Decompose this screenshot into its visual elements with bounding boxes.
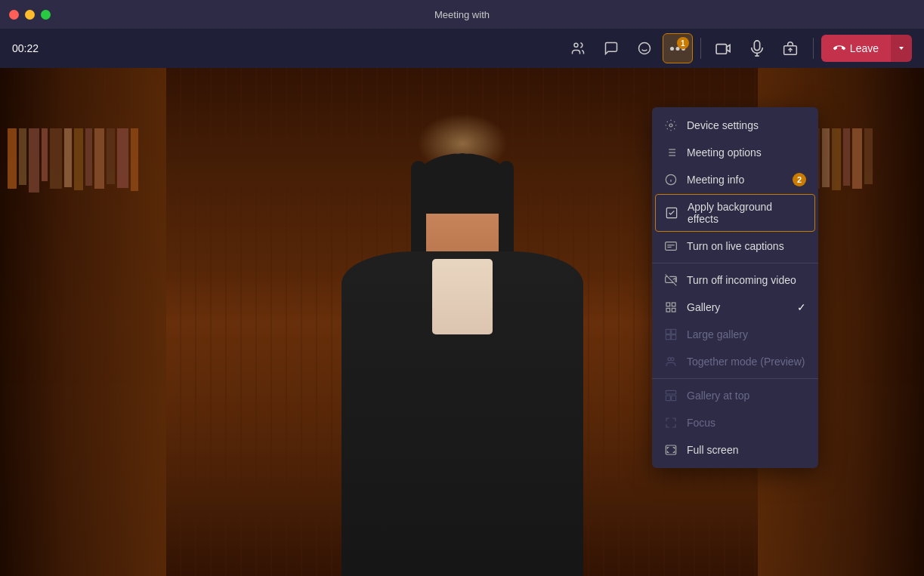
video-area: Device settings Meeting options bbox=[0, 68, 924, 576]
svg-rect-24 bbox=[666, 242, 677, 251]
device-settings-item[interactable]: Device settings bbox=[652, 112, 818, 139]
window-title: Meeting with bbox=[434, 9, 490, 20]
meeting-options-item[interactable]: Meeting options bbox=[652, 139, 818, 166]
svg-rect-37 bbox=[666, 390, 675, 394]
svg-rect-39 bbox=[672, 396, 676, 401]
left-shelf bbox=[0, 68, 166, 576]
close-button[interactable] bbox=[9, 10, 19, 20]
svg-rect-28 bbox=[672, 303, 675, 306]
leave-group: Leave bbox=[821, 35, 912, 62]
focus-label: Focus bbox=[687, 417, 806, 429]
gallery-top-item[interactable]: Gallery at top bbox=[652, 382, 818, 409]
leave-chevron-button[interactable] bbox=[891, 35, 912, 62]
together-mode-label: Together mode (Preview) bbox=[687, 356, 806, 368]
together-mode-icon bbox=[664, 355, 678, 368]
people-button[interactable] bbox=[563, 33, 593, 63]
meeting-bar: 00:22 bbox=[0, 29, 924, 68]
svg-rect-30 bbox=[672, 308, 675, 312]
reactions-button[interactable] bbox=[629, 33, 660, 63]
dropdown-menu: Device settings Meeting options bbox=[652, 107, 818, 468]
apply-background-icon bbox=[665, 206, 678, 220]
separator-1 bbox=[652, 263, 818, 263]
microphone-button[interactable] bbox=[742, 33, 772, 63]
leave-label: Leave bbox=[850, 42, 879, 54]
svg-point-4 bbox=[670, 47, 674, 51]
gallery-check: ✓ bbox=[797, 301, 806, 313]
full-screen-item[interactable]: Full screen bbox=[652, 436, 818, 464]
live-captions-label: Turn on live captions bbox=[687, 240, 806, 252]
large-gallery-item[interactable]: Large gallery bbox=[652, 321, 818, 348]
svg-rect-8 bbox=[754, 41, 759, 51]
share-button[interactable] bbox=[775, 33, 805, 63]
full-screen-label: Full screen bbox=[687, 444, 806, 456]
svg-rect-33 bbox=[666, 335, 670, 340]
gallery-icon bbox=[664, 300, 678, 314]
meeting-controls: 1 bbox=[563, 33, 912, 63]
apply-background-label: Apply background effects bbox=[688, 201, 805, 225]
focus-icon bbox=[664, 416, 678, 430]
svg-rect-34 bbox=[672, 335, 676, 340]
meeting-options-label: Meeting options bbox=[687, 146, 806, 159]
turn-off-video-label: Turn off incoming video bbox=[687, 274, 806, 286]
large-gallery-icon bbox=[664, 328, 678, 341]
svg-point-0 bbox=[574, 43, 578, 47]
controls-divider bbox=[700, 38, 701, 59]
meeting-info-badge: 2 bbox=[793, 173, 806, 186]
svg-rect-7 bbox=[716, 45, 727, 54]
title-bar: Meeting with bbox=[0, 0, 924, 29]
leave-button[interactable]: Leave bbox=[821, 35, 891, 62]
live-captions-icon bbox=[664, 239, 678, 253]
person-figure bbox=[341, 153, 583, 576]
svg-rect-27 bbox=[666, 303, 670, 306]
svg-point-13 bbox=[669, 124, 672, 127]
large-gallery-label: Large gallery bbox=[687, 328, 806, 340]
camera-button[interactable] bbox=[709, 33, 739, 63]
apply-background-item[interactable]: Apply background effects bbox=[655, 194, 815, 232]
svg-rect-40 bbox=[666, 445, 675, 454]
svg-rect-38 bbox=[666, 396, 670, 401]
together-mode-item[interactable]: Together mode (Preview) bbox=[652, 348, 818, 375]
traffic-lights bbox=[9, 10, 51, 20]
gallery-top-icon bbox=[664, 389, 678, 402]
device-settings-label: Device settings bbox=[687, 119, 806, 131]
turn-off-video-icon bbox=[664, 273, 678, 287]
chat-button[interactable] bbox=[596, 33, 626, 63]
svg-rect-32 bbox=[672, 329, 676, 334]
svg-point-1 bbox=[638, 43, 650, 54]
live-captions-item[interactable]: Turn on live captions bbox=[652, 233, 818, 260]
maximize-button[interactable] bbox=[41, 10, 51, 20]
leave-divider bbox=[813, 38, 814, 59]
minimize-button[interactable] bbox=[25, 10, 35, 20]
more-button[interactable]: 1 bbox=[663, 33, 693, 63]
device-settings-icon bbox=[664, 119, 678, 132]
turn-off-video-item[interactable]: Turn off incoming video bbox=[652, 266, 818, 294]
separator-2 bbox=[652, 378, 818, 379]
focus-item[interactable]: Focus bbox=[652, 409, 818, 436]
meeting-info-label: Meeting info bbox=[687, 174, 783, 186]
svg-rect-31 bbox=[666, 329, 670, 334]
svg-rect-29 bbox=[666, 308, 670, 312]
more-badge: 1 bbox=[677, 37, 689, 49]
gallery-label: Gallery bbox=[687, 301, 788, 313]
full-screen-icon bbox=[664, 443, 678, 457]
meeting-timer: 00:22 bbox=[12, 42, 39, 54]
svg-point-36 bbox=[671, 358, 674, 361]
meeting-options-icon bbox=[664, 146, 678, 159]
gallery-top-label: Gallery at top bbox=[687, 390, 806, 402]
gallery-item[interactable]: Gallery ✓ bbox=[652, 294, 818, 321]
meeting-info-icon bbox=[664, 173, 678, 186]
meeting-info-item[interactable]: Meeting info 2 bbox=[652, 166, 818, 193]
